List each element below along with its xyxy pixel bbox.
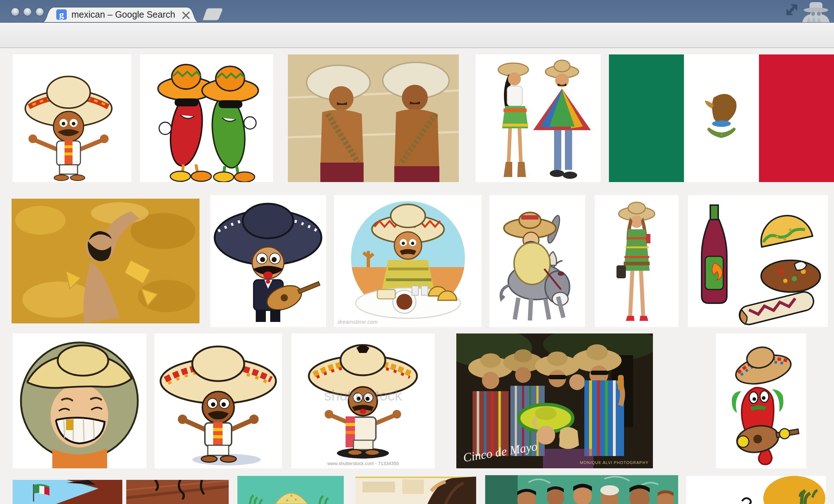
image-result[interactable] bbox=[140, 54, 273, 182]
photo-credit-text: MONIQUE ALVI PHOTOGRAPHY bbox=[580, 460, 649, 465]
image-result[interactable] bbox=[288, 54, 459, 182]
tab-mexican[interactable]: g mexican – Google Search bbox=[42, 7, 199, 22]
image-result[interactable] bbox=[490, 195, 585, 327]
image-result[interactable] bbox=[13, 54, 131, 182]
image-result[interactable] bbox=[13, 333, 146, 468]
image-result[interactable] bbox=[210, 195, 326, 327]
tab-title: mexican – Google Search bbox=[71, 9, 175, 19]
image-result[interactable] bbox=[716, 333, 806, 468]
new-tab-button[interactable] bbox=[203, 8, 223, 20]
browser-toolbar: https://www.google.co.uk/search?q=mexica… bbox=[0, 23, 834, 48]
image-result[interactable] bbox=[12, 199, 199, 323]
incognito-icon bbox=[802, 2, 830, 22]
image-result[interactable] bbox=[355, 477, 476, 504]
shutterstock-url-text: www.shutterstock.com - 71334355 bbox=[291, 461, 435, 466]
google-favicon-letter: g bbox=[59, 9, 64, 20]
shutterstock-watermark: shutterstock bbox=[291, 388, 435, 404]
image-results-grid: dreamstime.com bbox=[0, 48, 834, 504]
image-result[interactable] bbox=[154, 333, 282, 468]
image-result[interactable] bbox=[688, 195, 828, 327]
image-result[interactable] bbox=[13, 480, 122, 504]
browser-window: g mexican – Google Search bbox=[0, 0, 834, 504]
image-result[interactable] bbox=[126, 480, 229, 504]
image-result[interactable]: dreamstime.com bbox=[334, 195, 482, 327]
image-result[interactable] bbox=[237, 476, 344, 504]
image-result[interactable]: shutterstock www.shutterstock.com - 7133… bbox=[291, 333, 435, 468]
expand-arrows-icon[interactable] bbox=[786, 4, 797, 15]
image-result[interactable] bbox=[595, 195, 679, 327]
image-result[interactable]: Cinco de Mayo MONIQUE ALVI PHOTOGRAPHY bbox=[456, 333, 653, 468]
zoom-button[interactable] bbox=[36, 8, 44, 16]
tab-strip: g mexican – Google Search bbox=[0, 0, 834, 23]
image-result[interactable] bbox=[475, 54, 601, 182]
image-result[interactable] bbox=[485, 475, 678, 504]
close-button[interactable] bbox=[11, 8, 19, 16]
image-result[interactable] bbox=[609, 54, 834, 182]
image-result[interactable] bbox=[686, 476, 826, 504]
minimize-button[interactable] bbox=[23, 8, 32, 16]
dreamstime-watermark: dreamstime.com bbox=[338, 319, 378, 325]
